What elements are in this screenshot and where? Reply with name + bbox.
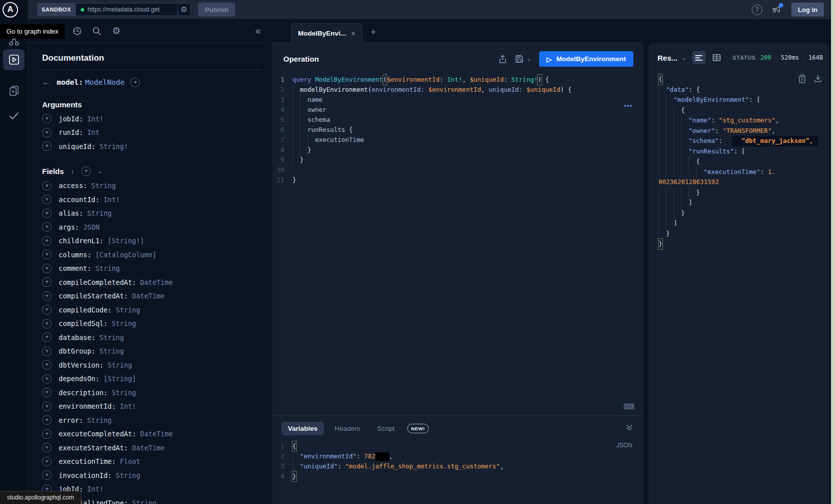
- search-button[interactable]: [91, 26, 102, 37]
- operations-nav-button[interactable]: [3, 49, 25, 70]
- response-json-line[interactable]: "owner": "TRANSFORMER",: [658, 126, 829, 136]
- field-type[interactable]: String: [99, 333, 124, 342]
- field-name[interactable]: compiledSql: [59, 319, 103, 327]
- response-json-line[interactable]: "executionTime": 1.: [658, 167, 829, 178]
- field-name[interactable]: alias: [59, 209, 79, 217]
- field-name[interactable]: childrenL1: [59, 237, 99, 245]
- field-type[interactable]: String: [116, 306, 140, 314]
- field-name[interactable]: environmentId: [59, 402, 112, 410]
- add-to-operation-icon[interactable]: +: [42, 236, 52, 246]
- field-name[interactable]: description: [59, 389, 103, 397]
- response-json-line[interactable]: ]: [658, 218, 829, 229]
- download-response-button[interactable]: [814, 74, 822, 83]
- field-type[interactable]: Int!: [87, 115, 104, 123]
- help-icon[interactable]: ?: [752, 5, 762, 15]
- back-arrow-icon[interactable]: ←: [42, 77, 51, 87]
- operation-code-line[interactable]: 5schema: [272, 115, 643, 125]
- list-view-toggle[interactable]: [692, 51, 706, 64]
- field-type[interactable]: String: [116, 471, 140, 479]
- field-type[interactable]: String: [132, 499, 156, 504]
- save-dropdown-chevron-icon[interactable]: ⌄: [527, 56, 531, 62]
- response-json-line[interactable]: 0023620128631592: [658, 177, 829, 188]
- add-fields-button[interactable]: +: [81, 166, 91, 176]
- field-type[interactable]: String: [112, 319, 136, 327]
- response-json-line[interactable]: "modelByEnvironment": [: [658, 95, 829, 105]
- field-name[interactable]: error: [59, 416, 79, 424]
- field-type[interactable]: Int: [87, 128, 99, 136]
- run-operation-button[interactable]: ▷ ModelByEnvironment: [539, 51, 633, 67]
- apollo-logo[interactable]: A: [3, 2, 18, 18]
- breadcrumb-type-link[interactable]: ModelNode: [85, 78, 125, 86]
- response-json-line[interactable]: {: [658, 105, 829, 116]
- response-json-line[interactable]: }: [658, 239, 829, 249]
- add-to-operation-icon[interactable]: +: [42, 319, 52, 328]
- add-to-operation-icon[interactable]: +: [42, 277, 52, 287]
- field-type[interactable]: String: [91, 182, 116, 190]
- sort-descending-icon[interactable]: ↓: [71, 167, 74, 175]
- field-type[interactable]: DateTime: [132, 292, 164, 300]
- field-name[interactable]: access: [59, 182, 83, 190]
- response-json[interactable]: {"data": {"modelByEnvironment": [{"name"…: [658, 74, 829, 249]
- field-type[interactable]: String: [95, 264, 120, 272]
- endpoint-settings-gear-icon[interactable]: ⚙: [178, 4, 191, 16]
- field-type[interactable]: JSON: [83, 223, 100, 231]
- variables-code-line[interactable]: 3"uniqueId": "model.jaffle_shop_metrics.…: [272, 461, 643, 471]
- add-to-operation-icon[interactable]: +: [42, 470, 52, 480]
- field-name[interactable]: runId: [59, 128, 79, 136]
- field-type[interactable]: DateTime: [132, 444, 164, 452]
- variables-code-line[interactable]: 2"environmentId": 782,: [272, 451, 643, 461]
- operation-code-line[interactable]: 6runResults {: [272, 125, 643, 135]
- response-json-line[interactable]: "data": {: [658, 85, 829, 95]
- response-json-line[interactable]: "schema": “dbt_mary_jackson”,: [658, 136, 829, 146]
- table-view-toggle[interactable]: [710, 51, 723, 64]
- announcements-button[interactable]: [771, 5, 782, 15]
- collections-nav-button[interactable]: [3, 80, 25, 101]
- add-to-operation-icon[interactable]: +: [42, 305, 52, 314]
- response-json-line[interactable]: }: [658, 229, 829, 239]
- field-type[interactable]: String: [87, 416, 112, 424]
- operation-code-line[interactable]: 4owner: [272, 105, 643, 115]
- field-name[interactable]: invocationId: [59, 471, 108, 479]
- response-json-line[interactable]: }: [658, 188, 829, 198]
- field-name[interactable]: dbtGroup: [59, 347, 91, 355]
- tab-modelbyenvironment[interactable]: ModelByEnvi... ×: [291, 23, 363, 43]
- add-to-operation-icon[interactable]: +: [42, 402, 52, 411]
- field-type[interactable]: String: [108, 361, 132, 369]
- endpoint-url-text[interactable]: https://metadata.cloud.get: [88, 6, 174, 13]
- add-to-operation-icon[interactable]: +: [42, 443, 52, 452]
- field-name[interactable]: jobId: [59, 115, 79, 123]
- tab-script[interactable]: Script: [371, 422, 401, 435]
- field-type[interactable]: DateTime: [140, 430, 173, 438]
- response-json-line[interactable]: {: [658, 156, 829, 167]
- field-name[interactable]: dbtVersion: [59, 361, 99, 369]
- add-to-operation-icon[interactable]: +: [42, 347, 52, 356]
- keyboard-shortcuts-icon[interactable]: ⌨: [623, 402, 634, 411]
- add-to-operation-icon[interactable]: +: [42, 128, 52, 137]
- response-json-line[interactable]: "name": "stg_customers",: [658, 115, 829, 126]
- add-to-operation-icon[interactable]: +: [42, 415, 52, 425]
- add-to-operation-icon[interactable]: +: [42, 457, 52, 466]
- field-type[interactable]: String: [87, 209, 112, 217]
- login-button[interactable]: Log in: [791, 3, 824, 17]
- field-name[interactable]: dependsOn: [59, 375, 95, 383]
- endpoint-url-input[interactable]: https://metadata.cloud.get ⚙: [76, 3, 191, 16]
- settings-button[interactable]: ⚙: [111, 26, 122, 37]
- field-name[interactable]: database: [59, 333, 91, 342]
- field-type[interactable]: Float: [120, 457, 140, 465]
- field-name[interactable]: compileCompletedAt: [59, 278, 132, 286]
- add-to-operation-icon[interactable]: +: [42, 222, 52, 232]
- add-to-operation-icon[interactable]: +: [42, 374, 52, 384]
- history-button[interactable]: [72, 26, 83, 37]
- field-name[interactable]: executionTime: [59, 457, 112, 465]
- add-to-operation-icon[interactable]: +: [42, 360, 52, 370]
- field-type[interactable]: [String!]: [108, 237, 144, 245]
- add-to-operation-icon[interactable]: +: [42, 429, 52, 439]
- response-json-line[interactable]: }: [658, 208, 829, 219]
- field-name[interactable]: compileStartedAt: [59, 292, 124, 300]
- field-type[interactable]: Int!: [87, 485, 104, 493]
- publish-button[interactable]: Publish: [198, 3, 236, 17]
- variables-editor[interactable]: 1{2"environmentId": 782,3"uniqueId": "mo…: [272, 435, 643, 481]
- variables-code-line[interactable]: 4}: [272, 471, 643, 481]
- variables-code-line[interactable]: 1{: [272, 441, 643, 451]
- add-to-operation-icon[interactable]: +: [42, 181, 52, 191]
